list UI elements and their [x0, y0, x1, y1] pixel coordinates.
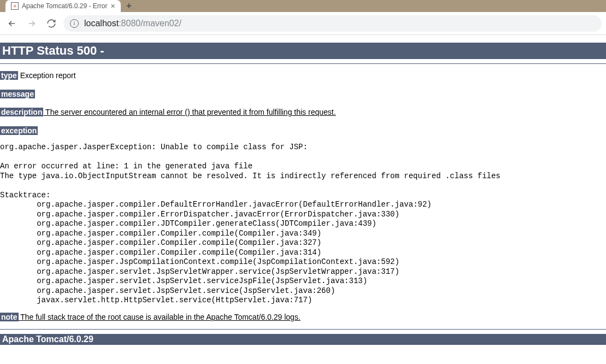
description-label: description	[0, 108, 43, 116]
type-label: type	[0, 71, 18, 80]
divider	[0, 63, 606, 64]
tab-bar: ✕ Apache Tomcat/6.0.29 - Error × +	[0, 0, 606, 12]
site-info-icon[interactable]: i	[70, 19, 79, 28]
server-footer-banner: Apache Tomcat/6.0.29	[0, 334, 606, 345]
url-path: :8080/maven02/	[119, 19, 181, 28]
url-text: localhost:8080/maven02/	[84, 19, 181, 28]
note-label: note	[0, 313, 19, 321]
tab-favicon-icon: ✕	[11, 2, 19, 10]
divider	[0, 329, 606, 330]
arrow-left-icon	[7, 19, 17, 28]
note-row: note The full stack trace of the root ca…	[0, 311, 606, 324]
tab-close-icon[interactable]: ×	[111, 2, 115, 10]
exception-row: exception	[0, 125, 606, 138]
reload-button[interactable]	[44, 16, 59, 31]
stacktrace-pre: org.apache.jasper.JasperException: Unabl…	[0, 143, 606, 306]
description-row: description The server encountered an in…	[0, 106, 606, 119]
address-bar[interactable]: i localhost:8080/maven02/	[63, 15, 602, 32]
new-tab-button[interactable]: +	[121, 1, 138, 12]
browser-nav-bar: i localhost:8080/maven02/	[0, 12, 606, 35]
http-status-banner: HTTP Status 500 -	[0, 43, 606, 59]
message-row: message	[0, 88, 606, 101]
browser-tab-strip: ✕ Apache Tomcat/6.0.29 - Error × +	[0, 0, 606, 12]
exception-label: exception	[0, 126, 38, 135]
active-tab[interactable]: ✕ Apache Tomcat/6.0.29 - Error ×	[5, 0, 121, 12]
message-label: message	[0, 90, 35, 98]
type-row: type Exception report	[0, 69, 606, 83]
url-host: localhost	[84, 19, 119, 28]
page-body: HTTP Status 500 - type Exception report …	[0, 43, 606, 345]
forward-button[interactable]	[24, 16, 39, 31]
description-value: The server encountered an internal error…	[43, 108, 336, 116]
reload-icon	[46, 19, 56, 28]
tab-title: Apache Tomcat/6.0.29 - Error	[22, 2, 108, 10]
type-value: Exception report	[18, 71, 76, 80]
arrow-right-icon	[27, 19, 37, 28]
note-value: The full stack trace of the root cause i…	[19, 313, 301, 321]
back-button[interactable]	[4, 16, 20, 31]
